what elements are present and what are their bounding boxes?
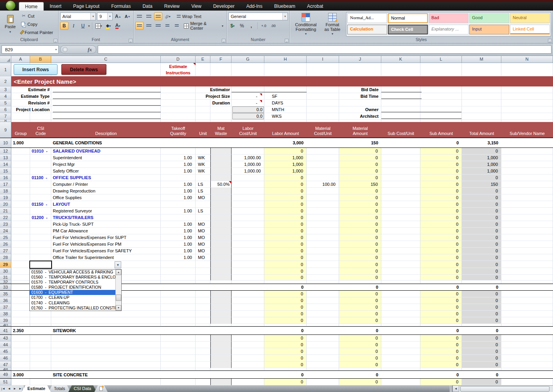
cell-D36[interactable] bbox=[161, 297, 196, 304]
cell-G16[interactable] bbox=[232, 174, 264, 181]
cell-D22[interactable] bbox=[161, 214, 196, 221]
cell-E47[interactable] bbox=[196, 361, 210, 368]
sheet-tab-estimate[interactable]: Estimate bbox=[22, 385, 51, 392]
cell-B46[interactable] bbox=[30, 355, 51, 361]
cell-A35[interactable] bbox=[11, 291, 30, 297]
cell-K38[interactable] bbox=[381, 311, 420, 317]
row-header-36[interactable]: 36 bbox=[0, 297, 11, 304]
cell-A13[interactable] bbox=[11, 155, 30, 161]
cell-D23[interactable]: 1.00 bbox=[161, 221, 196, 228]
number-format-combo[interactable]: General▾ bbox=[228, 13, 288, 20]
paste-button[interactable]: Paste ▾ bbox=[2, 12, 19, 38]
cell-N45[interactable] bbox=[501, 348, 553, 355]
cell-D20[interactable] bbox=[161, 201, 196, 208]
cell-H19[interactable]: 0 bbox=[264, 194, 307, 201]
dropdown-item[interactable]: 01550 - VEHICULAR ACCESS & PARKING bbox=[30, 270, 115, 275]
cell-N36[interactable] bbox=[501, 297, 553, 304]
cell-M19[interactable]: 0 bbox=[462, 194, 501, 201]
align-middle-button[interactable] bbox=[145, 13, 153, 20]
cell-N29[interactable] bbox=[501, 261, 553, 268]
cell-I10[interactable] bbox=[307, 138, 339, 147]
cell-H20[interactable]: 0 bbox=[264, 201, 307, 208]
cell-D45[interactable] bbox=[161, 348, 196, 355]
cell-C51[interactable] bbox=[51, 379, 161, 385]
cell-M13[interactable]: 1,000 bbox=[462, 155, 501, 161]
cell-L47[interactable]: 0 bbox=[420, 361, 462, 368]
cell-F13[interactable] bbox=[210, 155, 232, 161]
cell-M12[interactable]: 0 bbox=[462, 148, 501, 155]
cell-F41[interactable] bbox=[210, 327, 232, 334]
cell-H15[interactable]: 1,000 bbox=[264, 168, 307, 174]
cell-N23[interactable] bbox=[501, 221, 553, 228]
select-all-corner[interactable] bbox=[0, 56, 11, 63]
dialog-launcher-icon[interactable]: ⌟ bbox=[548, 39, 552, 43]
cell-H21[interactable]: 0 bbox=[264, 208, 307, 214]
cell-K29[interactable] bbox=[381, 261, 420, 268]
cell-J10[interactable]: 150 bbox=[339, 138, 381, 147]
cell-J1[interactable] bbox=[339, 63, 381, 76]
cell-B45[interactable] bbox=[30, 348, 51, 355]
dropdown-item[interactable]: 01580 - PROJECT IDENTIFICATION bbox=[30, 285, 115, 290]
cell-D41[interactable] bbox=[161, 327, 196, 334]
cell-E14[interactable]: WK bbox=[196, 161, 210, 168]
cell-D17[interactable]: 1.00 bbox=[161, 181, 196, 188]
cell-H49[interactable]: 0 bbox=[264, 371, 307, 378]
cell-J37[interactable]: 0 bbox=[339, 304, 381, 311]
cell-A29[interactable] bbox=[11, 261, 30, 268]
cell-B43[interactable] bbox=[30, 335, 51, 342]
orientation-button[interactable]: ab▾ bbox=[163, 13, 172, 20]
style-check-cell[interactable]: Check Cell bbox=[388, 25, 428, 34]
cell-A31[interactable] bbox=[11, 275, 30, 281]
dialog-launcher-icon[interactable]: ⌟ bbox=[129, 39, 133, 43]
cell-F27[interactable] bbox=[210, 248, 232, 254]
cell-G19[interactable] bbox=[232, 194, 264, 201]
cell-A43[interactable] bbox=[11, 335, 30, 342]
cell-F30[interactable] bbox=[210, 268, 232, 275]
cell-J15[interactable]: 0 bbox=[339, 168, 381, 174]
cell-M32[interactable] bbox=[462, 281, 501, 284]
cell-N1[interactable] bbox=[501, 63, 553, 76]
cell-D35[interactable] bbox=[161, 291, 196, 297]
cell-G18[interactable] bbox=[232, 188, 264, 194]
form-field[interactable] bbox=[53, 86, 161, 92]
column-header-C[interactable]: C bbox=[51, 56, 161, 63]
cell-C12[interactable]: SALARIED OVERHEAD bbox=[51, 148, 161, 155]
row-header-25[interactable]: 25 bbox=[0, 234, 11, 241]
row-header-16[interactable]: 16 bbox=[0, 174, 11, 181]
cell-C24[interactable]: PM Car Allowance bbox=[51, 228, 161, 234]
cell-F47[interactable] bbox=[210, 361, 232, 368]
cell-I16[interactable] bbox=[307, 174, 339, 181]
cell-C28[interactable]: Office Trailer for Superintendent bbox=[51, 254, 161, 261]
cell-L14[interactable]: 0 bbox=[420, 161, 462, 168]
cell-L30[interactable]: 0 bbox=[420, 268, 462, 275]
first-sheet-icon[interactable]: |◄ bbox=[1, 387, 5, 390]
cell-J45[interactable]: 0 bbox=[339, 348, 381, 355]
cell-E20[interactable] bbox=[196, 201, 210, 208]
row-header-26[interactable]: 26 bbox=[0, 241, 11, 248]
cell-A41[interactable]: 2.350 bbox=[11, 327, 30, 334]
cell-G14[interactable]: 1,000.00 bbox=[232, 161, 264, 168]
cell-E49[interactable] bbox=[196, 371, 210, 378]
cell-L33[interactable]: 0 bbox=[420, 284, 462, 290]
cell-F19[interactable] bbox=[210, 194, 232, 201]
column-header-E[interactable]: E bbox=[196, 56, 210, 63]
cell-A17[interactable] bbox=[11, 181, 30, 188]
column-header-I[interactable]: I bbox=[307, 56, 339, 63]
cell-K22[interactable] bbox=[381, 214, 420, 221]
cell-L31[interactable]: 0 bbox=[420, 275, 462, 281]
chevron-down-icon[interactable]: ▾ bbox=[282, 13, 287, 20]
cell-F25[interactable] bbox=[210, 234, 232, 241]
cell-L32[interactable] bbox=[420, 281, 462, 284]
cell-C16[interactable]: OFFICE SUPPLIES bbox=[51, 174, 161, 181]
cell-H18[interactable]: 0 bbox=[264, 188, 307, 194]
cell-J25[interactable]: 0 bbox=[339, 234, 381, 241]
cell-C23[interactable]: Pick-Up Truck- SUPT bbox=[51, 221, 161, 228]
cell-H36[interactable]: 0 bbox=[264, 297, 307, 304]
cell-G20[interactable] bbox=[232, 201, 264, 208]
cell-D30[interactable] bbox=[161, 268, 196, 275]
cell-N18[interactable] bbox=[501, 188, 553, 194]
column-header-N[interactable]: N bbox=[501, 56, 553, 63]
cell-I28[interactable] bbox=[307, 254, 339, 261]
cell-K10[interactable] bbox=[381, 138, 420, 147]
cell-E45[interactable] bbox=[196, 348, 210, 355]
